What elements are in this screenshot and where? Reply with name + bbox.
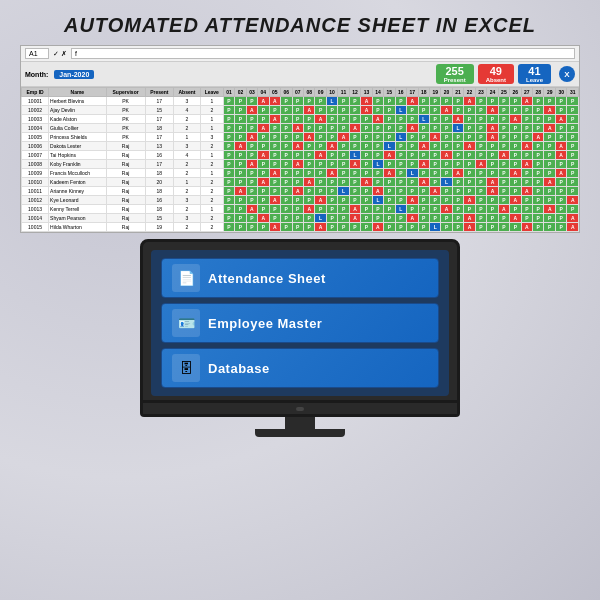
col-header: Absent <box>174 88 201 97</box>
formula-bar: f <box>71 48 575 59</box>
col-header: 20 <box>441 88 452 97</box>
monitor-stand <box>255 429 345 437</box>
monitor: 📄 Attendance Sheet 🪪 Employee Master 🗄 D… <box>140 239 460 437</box>
monitor-container: 📄 Attendance Sheet 🪪 Employee Master 🗄 D… <box>0 239 600 437</box>
col-header: Name <box>49 88 107 97</box>
col-header: Present <box>145 88 174 97</box>
col-header: 22 <box>464 88 475 97</box>
col-header: 17 <box>407 88 418 97</box>
monitor-screen-outer: 📄 Attendance Sheet 🪪 Employee Master 🗄 D… <box>140 239 460 403</box>
table-row: 10005Princess ShieldsPK1713PPAPPPPAPPAPP… <box>22 133 579 142</box>
col-header: 14 <box>372 88 383 97</box>
col-header: 10 <box>326 88 337 97</box>
database-button[interactable]: 🗄 Database <box>161 348 439 388</box>
col-header: 26 <box>510 88 521 97</box>
attendance-sheet-button[interactable]: 📄 Attendance Sheet <box>161 258 439 298</box>
col-header: Emp ID <box>22 88 49 97</box>
stat-present: 255 Present <box>436 64 474 84</box>
monitor-power-dot <box>296 407 304 411</box>
table-row: 10002Ajay DevlinPK1542PPAPPPPAPPPPAPPLPP… <box>22 106 579 115</box>
col-header: 19 <box>429 88 440 97</box>
col-header: 07 <box>292 88 303 97</box>
table-row: 10010Kadeem FentonRaj2012PPPAPPPAPPPPAPP… <box>22 178 579 187</box>
col-header: 18 <box>418 88 429 97</box>
attendance-sheet-icon: 📄 <box>172 264 200 292</box>
col-header: 01 <box>223 88 234 97</box>
table-body: 10001Herbert BlevinsPK1731PPPAAPPPPLPPAP… <box>22 97 579 232</box>
table-row: 10007Tai HopkinsRaj1641PPPAPPPPAPPLPPAPP… <box>22 151 579 160</box>
employee-master-icon: 🪪 <box>172 309 200 337</box>
col-header: 25 <box>498 88 509 97</box>
month-value: Jan-2020 <box>54 70 94 79</box>
excel-preview: A1 ✓ ✗ f Month: Jan-2020 255 Present 49 … <box>20 45 580 233</box>
table-row: 10011Arianne KinneyRaj1822PAPPPPAPPPLPPA… <box>22 187 579 196</box>
col-header: 13 <box>361 88 372 97</box>
table-row: 10012Kye LeonardRaj1632PPPPAPPPAPPPPLPPA… <box>22 196 579 205</box>
col-header: 24 <box>487 88 498 97</box>
employee-master-label: Employee Master <box>208 316 322 331</box>
col-header: 28 <box>533 88 544 97</box>
monitor-bezel-bottom <box>140 403 460 417</box>
col-header: 27 <box>521 88 532 97</box>
stats-group: 255 Present 49 Absent 41 Leave X <box>436 64 575 84</box>
page-title: AUTOMATED ATTENDANCE SHEET IN EXCEL <box>0 0 600 45</box>
table-row: 10009Francis MccullochRaj1821PPPPAPPPPAP… <box>22 169 579 178</box>
monitor-neck <box>285 417 315 429</box>
col-header: 08 <box>303 88 314 97</box>
table-header: Emp IDNameSupervisorPresentAbsentLeave01… <box>22 88 579 97</box>
col-header: 05 <box>269 88 280 97</box>
col-header: Supervisor <box>106 88 145 97</box>
col-header: 29 <box>544 88 555 97</box>
col-header: 11 <box>338 88 349 97</box>
col-header: 06 <box>281 88 292 97</box>
cell-reference: A1 <box>25 48 49 59</box>
col-header: 09 <box>315 88 326 97</box>
col-header: 12 <box>349 88 360 97</box>
col-header: 23 <box>475 88 486 97</box>
col-header: 30 <box>555 88 566 97</box>
col-header: 03 <box>246 88 257 97</box>
database-icon: 🗄 <box>172 354 200 382</box>
attendance-table: Emp IDNameSupervisorPresentAbsentLeave01… <box>21 87 579 232</box>
col-header: 02 <box>235 88 246 97</box>
formula-icon: ✓ ✗ <box>53 50 67 58</box>
monitor-screen-inner: 📄 Attendance Sheet 🪪 Employee Master 🗄 D… <box>151 250 449 396</box>
table-row: 10006Dakota LesterRaj1332PAPPPPAPPAPPPPL… <box>22 142 579 151</box>
month-label: Month: <box>25 71 48 78</box>
table-row: 10015Hilda WhartonRaj1922PPPPAPPPAPPPPAP… <box>22 223 579 232</box>
table-row: 10013Kenny TerrellRaj1821PPAPPPPAPPPAPPP… <box>22 205 579 214</box>
col-header: 04 <box>258 88 269 97</box>
col-header: 15 <box>384 88 395 97</box>
col-header: 31 <box>567 88 579 97</box>
table-row: 10004Giulia CollierPK1821PPPAPPAPPPPAPPP… <box>22 124 579 133</box>
attendance-sheet-label: Attendance Sheet <box>208 271 326 286</box>
excel-logo-icon: X <box>559 66 575 82</box>
stat-leave: 41 Leave <box>518 64 551 84</box>
table-row: 10003Kade AlstonPK1721PPPPAPPPAPPPPAPPPL… <box>22 115 579 124</box>
excel-toolbar: A1 ✓ ✗ f <box>21 46 579 62</box>
table-row: 10014Shyam PearsonRaj1532PPPAPPPPLPPAPPP… <box>22 214 579 223</box>
col-header: Leave <box>200 88 223 97</box>
employee-master-button[interactable]: 🪪 Employee Master <box>161 303 439 343</box>
database-label: Database <box>208 361 270 376</box>
month-row: Month: Jan-2020 255 Present 49 Absent 41… <box>21 62 579 87</box>
table-row: 10008Koby FranklinRaj1722PPAPPPAPPPPAPLP… <box>22 160 579 169</box>
stat-absent: 49 Absent <box>478 64 514 84</box>
col-header: 21 <box>452 88 463 97</box>
table-row: 10001Herbert BlevinsPK1731PPPAAPPPPLPPAP… <box>22 97 579 106</box>
col-header: 16 <box>395 88 406 97</box>
